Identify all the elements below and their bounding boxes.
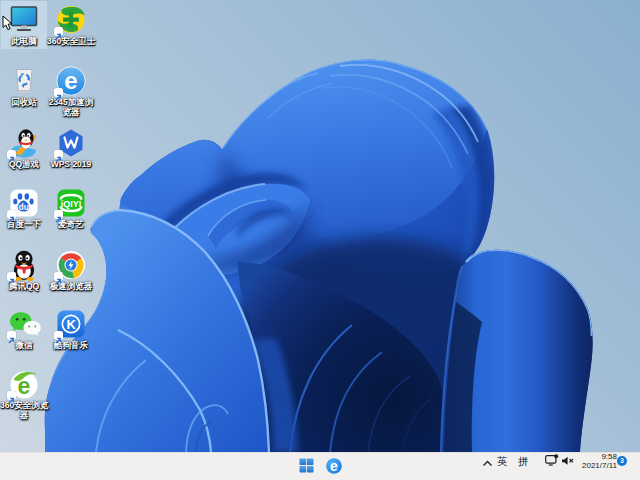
svg-text:K: K	[67, 317, 77, 332]
svg-text:e: e	[64, 67, 77, 94]
svg-text:e: e	[330, 458, 338, 474]
svg-text:iQIYI: iQIYI	[61, 199, 82, 209]
svg-text:du: du	[19, 202, 29, 212]
